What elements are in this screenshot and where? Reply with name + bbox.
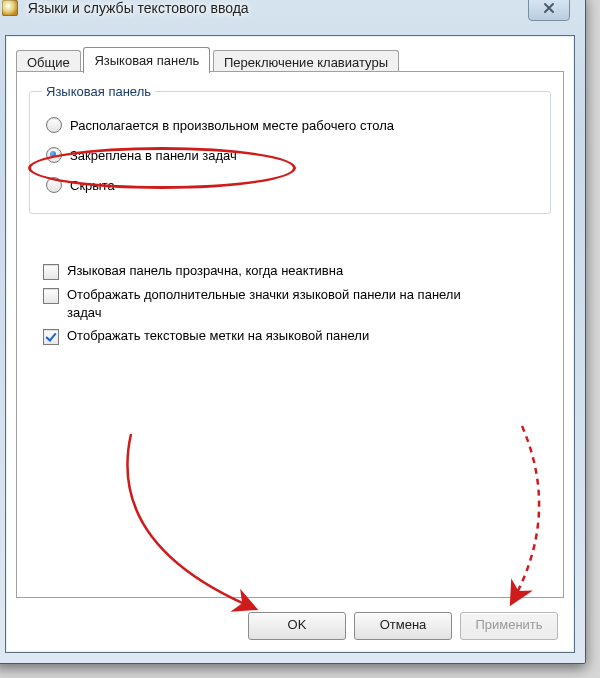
dialog-body: Общие Языковая панель Переключение клави…: [5, 35, 575, 653]
checkbox-group: Языковая панель прозрачна, когда неактив…: [39, 256, 545, 351]
tab-strip: Общие Языковая панель Переключение клави…: [16, 46, 564, 72]
radio-hidden[interactable]: Скрыта: [46, 177, 534, 193]
app-icon: [2, 0, 18, 16]
check-extra-icons[interactable]: Отображать дополнительные значки языково…: [43, 286, 541, 321]
checkbox-icon: [43, 329, 59, 345]
radio-icon: [46, 177, 62, 193]
titlebar: Языки и службы текстового ввода: [2, 0, 578, 31]
group-legend: Языковая панель: [42, 84, 155, 99]
tab-panel: Языковая панель Располагается в произвол…: [16, 71, 564, 598]
radio-floating[interactable]: Располагается в произвольном месте рабоч…: [46, 117, 534, 133]
radio-icon: [46, 147, 62, 163]
button-bar: OK Отмена Применить: [6, 612, 574, 640]
radio-label: Закреплена в панели задач: [70, 148, 237, 163]
ok-button[interactable]: OK: [248, 612, 346, 640]
checkbox-label: Языковая панель прозрачна, когда неактив…: [67, 262, 343, 280]
checkbox-label: Отображать дополнительные значки языково…: [67, 286, 497, 321]
window-title: Языки и службы текстового ввода: [28, 0, 249, 16]
checkbox-icon: [43, 264, 59, 280]
tab-language-bar[interactable]: Языковая панель: [83, 47, 210, 73]
language-bar-group: Языковая панель Располагается в произвол…: [29, 84, 551, 214]
tab-label: Переключение клавиатуры: [224, 55, 388, 70]
radio-label: Скрыта: [70, 178, 115, 193]
window-frame: Языки и службы текстового ввода Общие Яз…: [0, 0, 586, 664]
apply-button: Применить: [460, 612, 558, 640]
checkbox-icon: [43, 288, 59, 304]
button-label: OK: [288, 617, 307, 632]
radio-docked[interactable]: Закреплена в панели задач: [46, 147, 534, 163]
close-button[interactable]: [528, 0, 570, 21]
close-icon: [542, 1, 556, 15]
button-label: Применить: [475, 617, 542, 632]
tab-label: Языковая панель: [94, 53, 199, 68]
radio-label: Располагается в произвольном месте рабоч…: [70, 118, 394, 133]
button-label: Отмена: [380, 617, 427, 632]
checkbox-label: Отображать текстовые метки на языковой п…: [67, 327, 369, 345]
radio-icon: [46, 117, 62, 133]
check-transparent[interactable]: Языковая панель прозрачна, когда неактив…: [43, 262, 541, 280]
tab-label: Общие: [27, 55, 70, 70]
cancel-button[interactable]: Отмена: [354, 612, 452, 640]
check-text-labels[interactable]: Отображать текстовые метки на языковой п…: [43, 327, 541, 345]
